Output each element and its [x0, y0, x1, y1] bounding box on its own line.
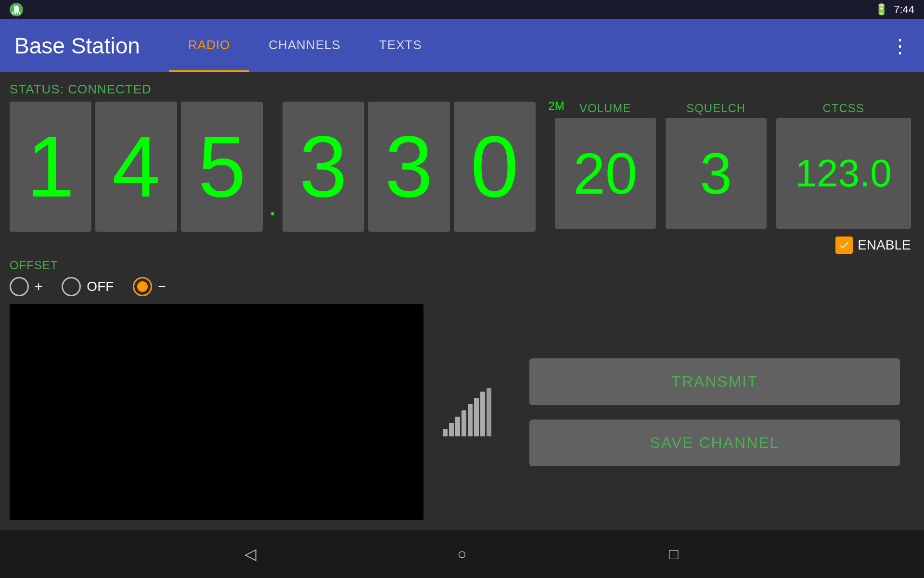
squelch-section: SQUELCH 3 [666, 102, 767, 254]
ctcss-section: CTCSS 123.0 ENABLE [776, 102, 911, 254]
signal-bars-svg [443, 388, 496, 436]
back-button[interactable]: ◁ [236, 539, 265, 568]
main-content: STATUS: CONNECTED 1 4 5 . 3 3 0 2M [0, 72, 924, 530]
bottom-nav: ◁ ○ □ [0, 530, 924, 578]
volume-control[interactable]: 20 [555, 118, 656, 229]
offset-plus-label: + [35, 279, 42, 294]
svg-rect-2 [455, 417, 460, 436]
volume-section: VOLUME 20 [555, 102, 656, 254]
ctcss-top: CTCSS 123.0 [776, 102, 911, 229]
freq-digit-4[interactable]: 3 [282, 102, 364, 232]
svg-rect-7 [487, 388, 491, 436]
squelch-label: SQUELCH [686, 102, 745, 115]
offset-minus-radio[interactable] [133, 277, 152, 296]
tab-texts[interactable]: TEXTS [360, 19, 441, 72]
android-icon [10, 3, 23, 16]
enable-label: ENABLE [858, 237, 911, 253]
squelch-value: 3 [700, 144, 732, 202]
offset-off-label: OFF [87, 279, 114, 294]
more-options-icon[interactable]: ⋮ [890, 35, 910, 57]
freq-digit-6[interactable]: 0 [454, 102, 536, 232]
app-title: Base Station [14, 33, 140, 59]
offset-minus-label: − [158, 279, 166, 294]
svg-rect-5 [474, 398, 479, 436]
ctcss-value: 123.0 [796, 154, 892, 193]
status-bar-left [10, 3, 23, 16]
freq-digit-1[interactable]: 1 [10, 102, 91, 232]
save-channel-button[interactable]: SAVE CHANNEL [529, 420, 900, 466]
svg-rect-6 [480, 392, 485, 436]
frequency-digits[interactable]: 1 4 5 . 3 3 0 2M [10, 102, 536, 232]
squelch-control[interactable]: 3 [666, 118, 767, 229]
scope-display [10, 304, 424, 520]
status-text: STATUS: CONNECTED [10, 82, 914, 97]
frequency-area: 1 4 5 . 3 3 0 2M VOLUME [10, 102, 914, 254]
enable-row[interactable]: ENABLE [835, 236, 911, 254]
volume-label: VOLUME [579, 102, 631, 115]
recent-apps-button[interactable]: □ [659, 539, 688, 568]
tabs-container: RADIO CHANNELS TEXTS [169, 19, 441, 72]
freq-digit-2[interactable]: 4 [95, 102, 177, 232]
signal-meter [438, 304, 500, 520]
radio-controls: VOLUME 20 SQUELCH 3 CTCSS 123.0 [555, 102, 911, 254]
svg-rect-4 [468, 404, 473, 436]
battery-icon: 🔋 [875, 3, 888, 16]
decimal-point: . [267, 189, 279, 232]
ctcss-label: CTCSS [823, 102, 864, 115]
time-display: 7:44 [894, 3, 914, 16]
action-buttons: TRANSMIT SAVE CHANNEL [515, 304, 914, 520]
home-button[interactable]: ○ [448, 539, 476, 568]
svg-rect-0 [443, 429, 448, 436]
offset-options: + OFF − [10, 277, 914, 296]
freq-digit-5[interactable]: 3 [368, 102, 450, 232]
offset-plus[interactable]: + [10, 277, 42, 296]
offset-plus-radio[interactable] [10, 277, 29, 296]
transmit-button[interactable]: TRANSMIT [529, 358, 900, 405]
band-label: 2M [548, 99, 564, 113]
ctcss-enable-checkbox[interactable] [835, 236, 853, 254]
freq-digit-3[interactable]: 5 [181, 102, 263, 232]
offset-off[interactable]: OFF [62, 277, 114, 296]
bottom-area: TRANSMIT SAVE CHANNEL [10, 304, 914, 530]
volume-value: 20 [573, 144, 637, 202]
offset-minus[interactable]: − [133, 277, 166, 296]
offset-section: OFFSET + OFF − [10, 259, 914, 296]
tab-radio[interactable]: RADIO [169, 19, 249, 72]
ctcss-box-wrapper: CTCSS 123.0 [776, 102, 911, 229]
svg-rect-1 [449, 423, 454, 436]
app-bar: Base Station RADIO CHANNELS TEXTS ⋮ [0, 19, 924, 72]
status-bar-right: 🔋 7:44 [875, 3, 914, 16]
offset-label: OFFSET [10, 259, 914, 272]
svg-rect-3 [462, 410, 466, 436]
tab-channels[interactable]: CHANNELS [249, 19, 360, 72]
offset-off-radio[interactable] [62, 277, 81, 296]
status-bar: 🔋 7:44 [0, 0, 924, 19]
ctcss-control[interactable]: 123.0 [776, 118, 911, 229]
